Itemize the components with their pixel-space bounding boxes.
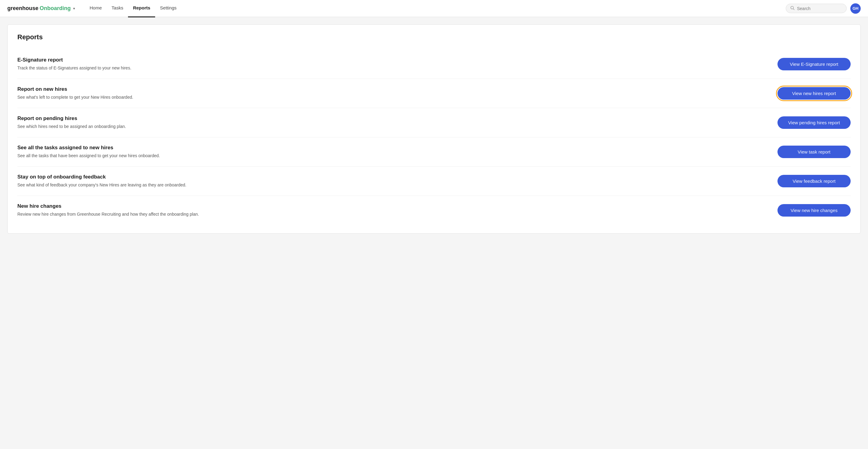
report-row-pending-hires: Report on pending hiresSee which hires n…: [18, 108, 850, 137]
brand-chevron-icon: ▾: [73, 6, 75, 11]
report-desc-new-hire-changes: Review new hire changes from Greenhouse …: [18, 211, 261, 218]
report-title-new-hire-changes: New hire changes: [18, 203, 261, 209]
report-row-task-report: See all the tasks assigned to new hiresS…: [18, 137, 850, 167]
nav-link-settings[interactable]: Settings: [155, 0, 181, 18]
nav-link-home[interactable]: Home: [85, 0, 107, 18]
report-title-e-signature: E-Signature report: [18, 57, 261, 63]
brand[interactable]: greenhouse Onboarding ▾: [7, 5, 75, 11]
report-title-pending-hires: Report on pending hires: [18, 116, 261, 122]
reports-card: Reports E-Signature reportTrack the stat…: [7, 24, 861, 234]
page-title: Reports: [18, 33, 850, 41]
report-info-task-report: See all the tasks assigned to new hiresS…: [18, 145, 261, 159]
report-desc-task-report: See all the tasks that have been assigne…: [18, 153, 261, 159]
report-info-new-hire-changes: New hire changesReview new hire changes …: [18, 203, 261, 218]
report-button-feedback[interactable]: View feedback report: [777, 175, 850, 187]
reports-list: E-Signature reportTrack the status of E-…: [18, 50, 850, 225]
report-button-new-hires[interactable]: View new hires report: [777, 87, 850, 100]
report-row-new-hire-changes: New hire changesReview new hire changes …: [18, 196, 850, 225]
nav-right: GH: [786, 3, 861, 14]
search-input[interactable]: [797, 6, 842, 11]
report-row-new-hires: Report on new hiresSee what's left to co…: [18, 79, 850, 108]
report-button-new-hire-changes[interactable]: View new hire changes: [777, 204, 850, 217]
main-content: Reports E-Signature reportTrack the stat…: [0, 17, 868, 241]
report-title-new-hires: Report on new hires: [18, 86, 261, 92]
search-icon: [790, 6, 795, 11]
report-title-feedback: Stay on top of onboarding feedback: [18, 174, 261, 180]
svg-line-1: [793, 9, 795, 10]
nav-links: HomeTasksReportsSettings: [85, 0, 786, 18]
report-info-pending-hires: Report on pending hiresSee which hires n…: [18, 116, 261, 130]
report-info-e-signature: E-Signature reportTrack the status of E-…: [18, 57, 261, 71]
nav-link-reports[interactable]: Reports: [128, 0, 155, 18]
search-box[interactable]: [786, 4, 847, 13]
brand-greenhouse: greenhouse: [7, 5, 38, 11]
report-desc-e-signature: Track the status of E-Signatures assigne…: [18, 65, 261, 71]
report-button-pending-hires[interactable]: View pending hires report: [777, 116, 850, 129]
report-desc-feedback: See what kind of feedback your company's…: [18, 182, 261, 188]
report-desc-new-hires: See what's left to complete to get your …: [18, 94, 261, 100]
report-info-new-hires: Report on new hiresSee what's left to co…: [18, 86, 261, 100]
report-row-feedback: Stay on top of onboarding feedbackSee wh…: [18, 167, 850, 196]
brand-onboarding: Onboarding: [40, 5, 71, 11]
report-desc-pending-hires: See which hires need to be assigned an o…: [18, 123, 261, 130]
report-title-task-report: See all the tasks assigned to new hires: [18, 145, 261, 151]
navbar: greenhouse Onboarding ▾ HomeTasksReports…: [0, 0, 868, 17]
report-button-e-signature[interactable]: View E-Signature report: [777, 58, 850, 70]
report-row-e-signature: E-Signature reportTrack the status of E-…: [18, 50, 850, 79]
report-info-feedback: Stay on top of onboarding feedbackSee wh…: [18, 174, 261, 188]
avatar[interactable]: GH: [850, 3, 861, 14]
report-button-task-report[interactable]: View task report: [777, 146, 850, 158]
nav-link-tasks[interactable]: Tasks: [107, 0, 128, 18]
